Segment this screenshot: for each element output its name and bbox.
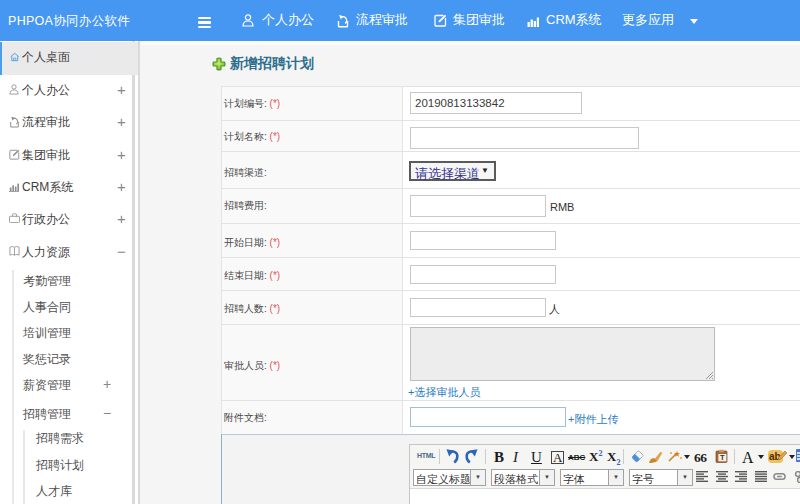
svg-text:T: T: [720, 453, 725, 462]
